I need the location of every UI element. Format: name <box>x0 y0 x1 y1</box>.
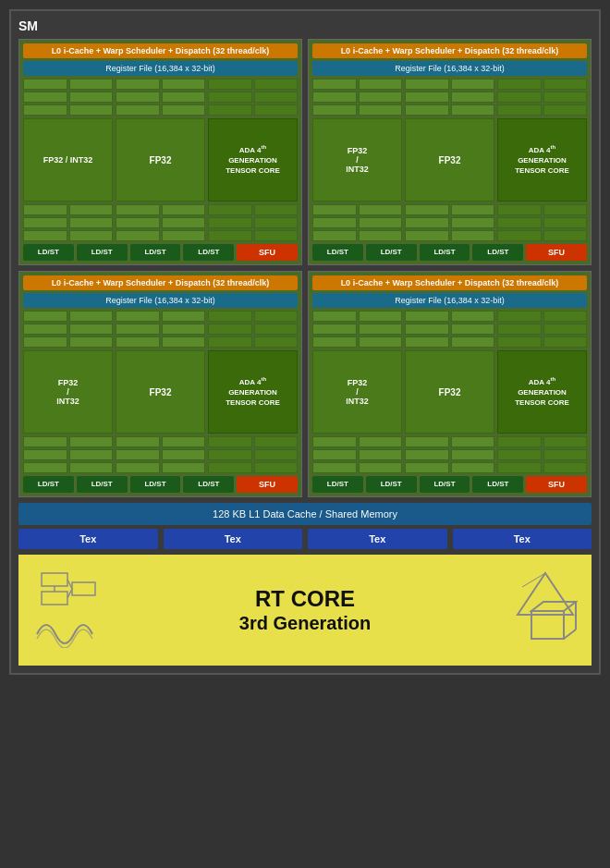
svg-rect-8 <box>531 611 564 639</box>
register-file-bar-4: Register File (16,384 x 32-bit) <box>312 293 587 308</box>
tensor-core-label-3: ADA 4th GENERATION TENSOR CORE <box>208 350 298 434</box>
ldst-7: LD/ST <box>420 244 470 261</box>
ldst-16: LD/ST <box>472 476 523 493</box>
l0-cache-bar-4: L0 i-Cache + Warp Scheduler + Dispatch (… <box>312 275 587 290</box>
l1-cache-bar: 128 KB L1 Data Cache / Shared Memory <box>18 503 592 525</box>
ldst-10: LD/ST <box>77 476 128 493</box>
quadrant-2: L0 i-Cache + Warp Scheduler + Dispatch (… <box>308 39 592 265</box>
bottom-bar-3: LD/ST LD/ST LD/ST LD/ST SFU <box>23 476 298 493</box>
rt-icon-right-bottom <box>518 597 578 652</box>
rt-core-box: RT CORE 3rd Generation <box>18 555 592 666</box>
fp32-label-4: FP32 <box>405 350 494 434</box>
svg-marker-9 <box>531 602 576 611</box>
l0-cache-bar-1: L0 i-Cache + Warp Scheduler + Dispatch (… <box>23 43 298 58</box>
sfu-1: SFU <box>237 244 298 261</box>
ldst-11: LD/ST <box>130 476 181 493</box>
tex-1: Tex <box>18 529 158 549</box>
svg-rect-0 <box>42 573 67 586</box>
tex-2: Tex <box>164 529 303 549</box>
register-file-bar-1: Register File (16,384 x 32-bit) <box>23 61 298 76</box>
sm-container: SM L0 i-Cache + Warp Scheduler + Dispatc… <box>9 9 601 675</box>
rt-core-line1: RT CORE <box>239 586 371 613</box>
bottom-bar-4: LD/ST LD/ST LD/ST LD/ST SFU <box>312 476 587 493</box>
l0-cache-bar-2: L0 i-Cache + Warp Scheduler + Dispatch (… <box>312 43 587 58</box>
ldst-14: LD/ST <box>366 476 417 493</box>
bottom-bar-1: LD/ST LD/ST LD/ST LD/ST SFU <box>23 244 298 261</box>
sfu-4: SFU <box>526 476 587 493</box>
fp32-int32-label-4: FP32/INT32 <box>312 350 402 434</box>
ldst-3: LD/ST <box>130 244 181 261</box>
l0-cache-bar-3: L0 i-Cache + Warp Scheduler + Dispatch (… <box>23 275 298 290</box>
sm-label: SM <box>18 18 592 33</box>
quadrants-grid: L0 i-Cache + Warp Scheduler + Dispatch (… <box>18 39 592 497</box>
tex-row: Tex Tex Tex Tex <box>18 529 592 549</box>
rt-core-text: RT CORE 3rd Generation <box>239 586 371 635</box>
tensor-core-label-4: ADA 4th GENERATION TENSOR CORE <box>497 350 587 434</box>
ldst-5: LD/ST <box>312 244 363 261</box>
fp32-int32-label-1: FP32 / INT32 <box>23 118 113 202</box>
ldst-8: LD/ST <box>472 244 523 261</box>
fp32-label-1: FP32 <box>116 118 205 202</box>
bottom-bar-2: LD/ST LD/ST LD/ST LD/ST SFU <box>312 244 587 261</box>
tensor-core-label-2: ADA 4th GENERATION TENSOR CORE <box>497 118 587 202</box>
tex-3: Tex <box>308 529 447 549</box>
ldst-1: LD/ST <box>23 244 74 261</box>
quadrant-4: L0 i-Cache + Warp Scheduler + Dispatch (… <box>308 271 592 497</box>
rt-core-line2: 3rd Generation <box>239 612 371 634</box>
tex-4: Tex <box>453 529 592 549</box>
fp32-label-3: FP32 <box>116 350 205 434</box>
ldst-4: LD/ST <box>183 244 234 261</box>
sfu-2: SFU <box>526 244 587 261</box>
rt-icon-left-bottom <box>32 606 102 652</box>
sfu-3: SFU <box>237 476 298 493</box>
tensor-core-label-1: ADA 4th GENERATION TENSOR CORE <box>208 118 298 202</box>
ldst-12: LD/ST <box>183 476 234 493</box>
ldst-9: LD/ST <box>23 476 74 493</box>
fp32-int32-label-2: FP32/INT32 <box>312 118 402 202</box>
register-file-bar-3: Register File (16,384 x 32-bit) <box>23 293 298 308</box>
svg-line-7 <box>522 573 545 587</box>
register-file-bar-2: Register File (16,384 x 32-bit) <box>312 61 587 76</box>
ldst-15: LD/ST <box>420 476 470 493</box>
ldst-2: LD/ST <box>77 244 128 261</box>
ldst-13: LD/ST <box>312 476 363 493</box>
svg-rect-1 <box>42 592 67 605</box>
svg-rect-3 <box>72 582 95 595</box>
fp32-int32-label-3: FP32/INT32 <box>23 350 113 434</box>
quadrant-3: L0 i-Cache + Warp Scheduler + Dispatch (… <box>18 271 302 497</box>
ldst-6: LD/ST <box>366 244 417 261</box>
quadrant-1: L0 i-Cache + Warp Scheduler + Dispatch (… <box>18 39 302 265</box>
svg-line-11 <box>564 630 576 639</box>
fp32-label-2: FP32 <box>405 118 494 202</box>
